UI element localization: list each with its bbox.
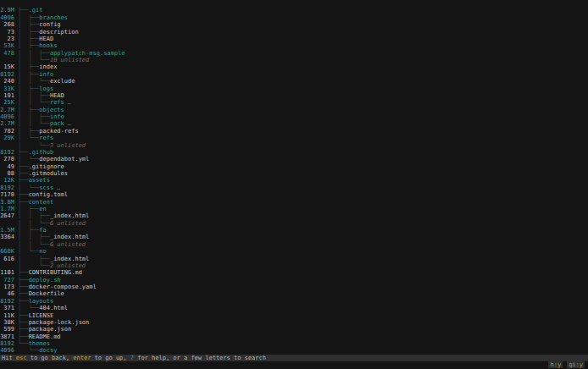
- directory-name[interactable]: en: [39, 206, 46, 212]
- tree-row[interactable]: 15K│ ├──index: [0, 63, 588, 70]
- file-name[interactable]: .gitmodules: [29, 170, 68, 177]
- tree-row[interactable]: 782│ ├──packed-refs: [0, 128, 588, 135]
- file-name[interactable]: 404.html: [39, 305, 68, 311]
- tree-row[interactable]: 3.8M├──content: [0, 199, 588, 206]
- tree-row[interactable]: 1101├──CONTRIBUTING.md: [0, 269, 588, 276]
- tree-row[interactable]: 46├──Dockerfile: [0, 290, 588, 297]
- tree-row[interactable]: 88├──.gitmodules: [0, 170, 588, 177]
- file-name[interactable]: LICENSE: [29, 312, 54, 319]
- tree-row[interactable]: 478│ │ ├──applypatch-msg.sample: [0, 50, 588, 57]
- tree-row[interactable]: │ └──2 unlisted: [0, 262, 588, 269]
- directory-name[interactable]: refs: [50, 99, 64, 106]
- directory-name[interactable]: objects: [39, 107, 64, 113]
- tree-row[interactable]: 727├──deploy.sh: [0, 277, 588, 284]
- file-name[interactable]: packed-refs: [39, 128, 78, 135]
- tree-row[interactable]: │ │ └──6 unlisted: [0, 241, 588, 248]
- directory-name[interactable]: refs: [39, 135, 53, 141]
- file-name[interactable]: package-lock.json: [29, 319, 90, 326]
- tree-row[interactable]: 4096│ ├──branches: [0, 14, 588, 21]
- flag-label: h:: [550, 361, 557, 368]
- file-name[interactable]: deploy.sh: [29, 277, 61, 284]
- file-name[interactable]: _index.html: [50, 234, 89, 240]
- file-name[interactable]: .gitignore: [29, 163, 64, 170]
- directory-name[interactable]: info: [39, 71, 53, 78]
- tree-row[interactable]: │ └──3 unlisted: [0, 142, 588, 149]
- tree-row[interactable]: 2.9M├──.git: [0, 7, 588, 14]
- tree-row[interactable]: 668K│ └──no: [0, 248, 588, 255]
- directory-name[interactable]: logs: [39, 85, 53, 92]
- file-name[interactable]: Dockerfile: [29, 290, 64, 297]
- tree-row[interactable]: 268│ ├──config: [0, 21, 588, 28]
- directory-name[interactable]: pack: [50, 120, 64, 127]
- tree-row[interactable]: 371│ └──404.html: [0, 305, 588, 311]
- file-name[interactable]: README.md: [29, 333, 61, 340]
- tree-row[interactable]: 1.7M│ ├──en: [0, 206, 588, 212]
- tree-row[interactable]: 49├──.gitignore: [0, 163, 588, 170]
- tree-branch: │ └──: [18, 156, 39, 162]
- tree-row[interactable]: 8192│ └──scss …: [0, 184, 588, 191]
- directory-name[interactable]: assets: [29, 177, 50, 184]
- directory-name[interactable]: hooks: [39, 42, 57, 49]
- tree-row[interactable]: 173├──docker-compose.yaml: [0, 284, 588, 290]
- tree-row[interactable]: 4096│ │ ├──info: [0, 113, 588, 120]
- tree-row[interactable]: 240│ │ └──exclude: [0, 78, 588, 85]
- tree-row[interactable]: 191│ │ ├──HEAD: [0, 92, 588, 99]
- tree-row[interactable]: 8192├──.github: [0, 149, 588, 156]
- file-name[interactable]: docker-compose.yaml: [29, 284, 97, 290]
- file-name[interactable]: dependabot.yml: [39, 156, 89, 162]
- file-name[interactable]: description: [39, 29, 78, 36]
- tree-row[interactable]: 2.7M│ ├──objects: [0, 107, 588, 113]
- directory-name[interactable]: branches: [39, 14, 68, 21]
- directory-name[interactable]: docsy: [39, 347, 57, 354]
- tree-row[interactable]: 4096 └──docsy: [0, 347, 588, 354]
- tree-row[interactable]: 3871├──README.md: [0, 333, 588, 340]
- directory-name[interactable]: scss: [39, 184, 53, 191]
- tree-row[interactable]: 8192├──layouts: [0, 298, 588, 305]
- tree-row[interactable]: 270│ └──dependabot.yml: [0, 156, 588, 162]
- tree-row[interactable]: 599├──package.json: [0, 326, 588, 333]
- directory-name[interactable]: no: [39, 248, 46, 255]
- tree-row[interactable]: 8192│ ├──info: [0, 71, 588, 78]
- tree-row[interactable]: │ │ └──10 unlisted: [0, 57, 588, 63]
- file-name[interactable]: index: [39, 63, 57, 70]
- file-name[interactable]: exclude: [50, 78, 75, 85]
- directory-name[interactable]: info: [50, 113, 64, 120]
- tree-branch: │ └──: [18, 262, 50, 269]
- tree-row[interactable]: 38K├──package-lock.json: [0, 319, 588, 326]
- tree-branch: ├──: [18, 177, 29, 184]
- directory-name[interactable]: fa: [39, 227, 46, 234]
- directory-name[interactable]: .git: [29, 7, 43, 14]
- tree-row[interactable]: 33K│ ├──logs: [0, 85, 588, 92]
- tree-row[interactable]: 29K│ └──refs: [0, 135, 588, 141]
- search-input[interactable]: h:ygi:y: [0, 361, 588, 368]
- tree-row[interactable]: 11K├──LICENSE: [0, 312, 588, 319]
- file-name[interactable]: _index.html: [50, 212, 89, 219]
- directory-name[interactable]: layouts: [29, 298, 54, 305]
- directory-name[interactable]: themes: [29, 340, 50, 347]
- file-name[interactable]: config: [39, 21, 60, 28]
- tree-row[interactable]: 3364│ │ ├──_index.html: [0, 234, 588, 240]
- tree-row[interactable]: 1.5M│ ├──fa: [0, 227, 588, 234]
- file-name[interactable]: HEAD: [50, 92, 64, 99]
- file-name[interactable]: applypatch-msg.sample: [50, 50, 125, 57]
- root-row[interactable]: 6.8M/home/example-user/docsy-example/dev…: [0, 0, 588, 7]
- tree-row[interactable]: 73│ ├──description: [0, 29, 588, 36]
- file-name[interactable]: _index.html: [50, 256, 89, 262]
- tree-row[interactable]: 2647│ │ ├──_index.html: [0, 212, 588, 219]
- tree-row[interactable]: 23│ ├──HEAD: [0, 36, 588, 42]
- directory-name[interactable]: content: [29, 199, 54, 206]
- directory-name[interactable]: .github: [29, 149, 54, 156]
- tree-row[interactable]: 616│ ├──_index.html: [0, 256, 588, 262]
- tree-row[interactable]: 7170├──config.toml: [0, 191, 588, 198]
- file-name[interactable]: HEAD: [39, 36, 53, 42]
- file-name[interactable]: config.toml: [29, 191, 68, 198]
- tree-row[interactable]: 12K├──assets: [0, 177, 588, 184]
- tree-row[interactable]: 8192└──themes: [0, 340, 588, 347]
- tree-row[interactable]: 2.7M│ │ └──pack …: [0, 120, 588, 127]
- tree-row[interactable]: │ │ └──6 unlisted: [0, 220, 588, 227]
- file-name[interactable]: CONTRIBUTING.md: [29, 269, 82, 276]
- tree-branch: │ ├──: [18, 128, 39, 135]
- file-name[interactable]: package.json: [29, 326, 72, 333]
- tree-row[interactable]: 25K│ │ └──refs …: [0, 99, 588, 106]
- tree-row[interactable]: 53K│ ├──hooks: [0, 42, 588, 49]
